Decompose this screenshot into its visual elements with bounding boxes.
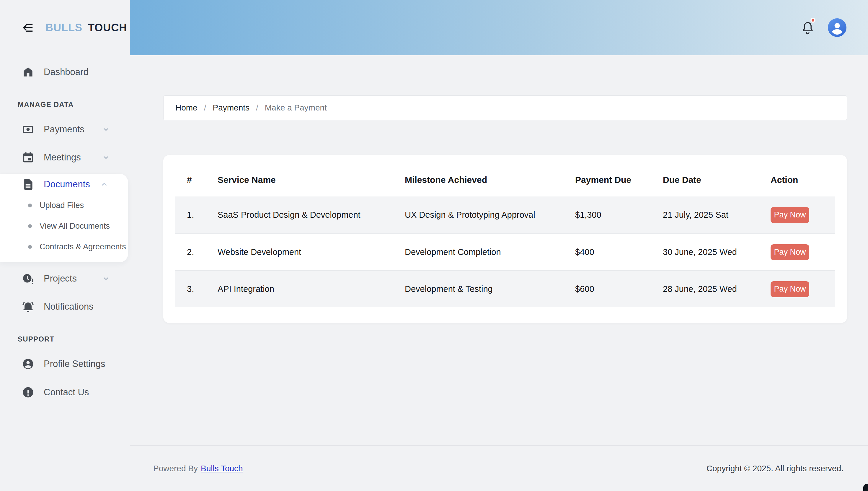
menu-open-icon [21,21,34,34]
table-row: 3. API Integration Development & Testing… [175,270,835,307]
chevron-down-icon [102,275,110,283]
table-header-row: # Service Name Milestone Achieved Paymen… [175,163,835,197]
table-row: 2. Website Development Development Compl… [175,233,835,270]
column-header-num: # [175,175,218,185]
milestone-cell: Development & Testing [405,284,575,294]
sidebar-item-payments[interactable]: Payments [0,119,130,140]
column-header-action: Action [771,175,835,185]
bullet-dot-icon [28,204,32,207]
breadcrumb-home-link[interactable]: Home [175,103,197,113]
payment-due-cell: $1,300 [575,210,663,220]
chevron-up-icon [100,180,108,188]
user-avatar-button[interactable] [828,18,846,37]
sidebar-item-label: Projects [44,273,77,284]
breadcrumb-current-page: Make a Payment [265,103,327,113]
avatar-person-icon [828,18,846,37]
sidebar-item-projects[interactable]: Projects [0,268,130,289]
sidebar-subitem-view-all-documents[interactable]: View All Documents [0,216,128,236]
sidebar-subitem-contracts-agreements[interactable]: Contracts & Agreements [0,236,128,257]
row-number: 1. [175,210,218,220]
app-root: BULLS TOUCH Dashboard MANAGE DATA Paymen… [0,0,868,491]
pay-now-button[interactable]: Pay Now [771,207,809,223]
copyright-text: Copyright © 2025. All rights reserved. [707,464,843,473]
sidebar-active-group-documents: Documents Upload Files View All Document… [0,174,128,262]
payment-due-cell: $600 [575,284,663,294]
milestone-cell: Development Completion [405,247,575,257]
service-name-cell: Website Development [218,247,405,257]
document-icon [22,178,35,191]
account-circle-icon [22,357,35,371]
notifications-bell-button[interactable] [801,20,815,35]
column-header-due-date: Due Date [663,175,771,185]
pay-now-button[interactable]: Pay Now [771,244,809,260]
breadcrumb-separator: / [204,103,206,113]
sidebar-item-meetings[interactable]: Meetings [0,147,130,168]
sidebar-item-label: Dashboard [44,67,89,78]
brand-logo-light: BULLS [45,22,82,34]
notification-badge [810,18,815,23]
chevron-down-icon [102,125,110,133]
bullet-dot-icon [28,245,32,249]
bell-active-icon [22,300,35,313]
main-area: Home / Payments / Make a Payment # Servi… [130,0,868,491]
corner-widget[interactable] [863,484,868,491]
due-date-cell: 21 July, 2025 Sat [663,210,771,220]
payments-table-card: # Service Name Milestone Achieved Paymen… [163,155,847,323]
sidebar-item-label: Contact Us [44,387,89,398]
sidebar-item-contact-us[interactable]: Contact Us [0,382,130,403]
sidebar-subitem-label: Contracts & Agreements [39,242,126,252]
bullet-dot-icon [28,224,32,228]
row-number: 3. [175,284,218,294]
service-name-cell: SaaS Product Design & Development [218,210,405,220]
chevron-down-icon [102,154,110,161]
brand-logo-dark: TOUCH [88,22,127,34]
sidebar-item-label: Profile Settings [44,359,105,369]
due-date-cell: 28 June, 2025 Wed [663,284,771,294]
column-header-service-name: Service Name [218,175,405,185]
sidebar-item-label: Payments [44,124,85,135]
sidebar-item-label: Meetings [44,152,81,163]
sidebar-item-documents[interactable]: Documents [0,174,128,195]
table-row: 1. SaaS Product Design & Development UX … [175,197,835,233]
service-name-cell: API Integration [218,284,405,294]
topbar [130,0,868,55]
milestone-cell: UX Design & Prototyping Approval [405,210,575,220]
column-header-milestone: Milestone Achieved [405,175,575,185]
calendar-icon [22,151,35,164]
column-header-payment-due: Payment Due [575,175,663,185]
payment-due-cell: $400 [575,247,663,257]
sidebar: BULLS TOUCH Dashboard MANAGE DATA Paymen… [0,0,130,491]
sidebar-item-label: Documents [44,179,90,190]
sidebar-item-profile-settings[interactable]: Profile Settings [0,354,130,374]
bulls-touch-link[interactable]: Bulls Touch [201,464,243,473]
home-icon [22,65,35,79]
row-number: 2. [175,247,218,257]
breadcrumb-separator: / [256,103,258,113]
banknote-icon [22,123,35,136]
sidebar-subitem-label: Upload Files [39,201,84,210]
brand-logo[interactable]: BULLS TOUCH [45,22,127,34]
powered-by-prefix: Powered By [153,464,198,473]
sidebar-section-support: SUPPORT [0,335,130,344]
sidebar-section-manage-data: MANAGE DATA [0,100,130,109]
sidebar-item-dashboard[interactable]: Dashboard [0,62,130,82]
exclamation-circle-icon [22,386,35,399]
sidebar-collapse-button[interactable] [21,21,34,34]
sidebar-header: BULLS TOUCH [0,0,130,55]
due-date-cell: 30 June, 2025 Wed [663,247,771,257]
sidebar-item-label: Notifications [44,301,94,312]
sidebar-subitem-upload-files[interactable]: Upload Files [0,195,128,216]
sidebar-subitem-label: View All Documents [39,222,110,231]
breadcrumb-payments-link[interactable]: Payments [213,103,249,113]
clock-alert-icon [22,272,35,285]
powered-by-text: Powered ByBulls Touch [153,464,243,473]
sidebar-item-notifications[interactable]: Notifications [0,296,130,317]
pay-now-button[interactable]: Pay Now [771,281,809,297]
footer: Powered ByBulls Touch Copyright © 2025. … [130,446,868,491]
breadcrumb: Home / Payments / Make a Payment [163,95,847,120]
